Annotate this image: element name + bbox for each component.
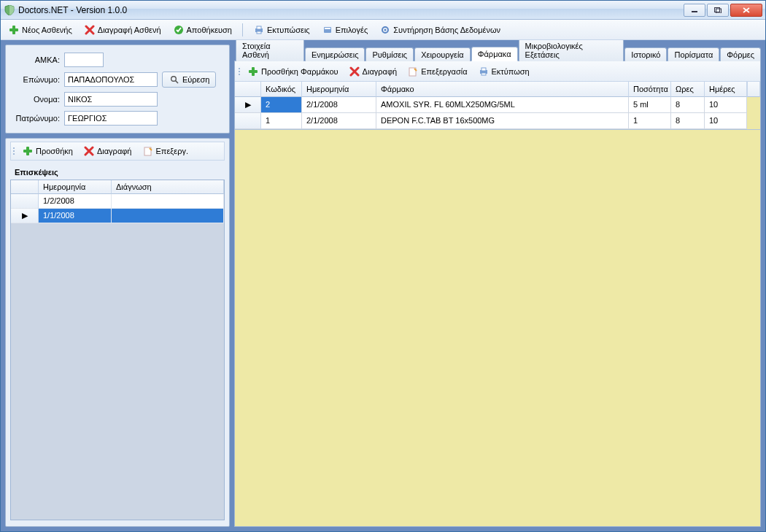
maximize-button[interactable] [707, 4, 729, 17]
visit-add-button[interactable]: Προσθήκη [18, 144, 77, 158]
visit-diagnosis-cell[interactable] [112, 194, 224, 209]
tab-history[interactable]: Ιστορικό [624, 47, 667, 61]
med-hours-cell[interactable]: 8 [671, 113, 705, 129]
svg-rect-11 [257, 26, 261, 29]
delete-patient-label: Διαγραφή Ασθενή [98, 26, 161, 34]
med-date-cell[interactable]: 2/1/2008 [302, 113, 376, 129]
med-edit-label: Επεξεργασία [421, 67, 467, 76]
delete-patient-button[interactable]: Διαγραφή Ασθενή [80, 23, 166, 37]
visit-date-cell[interactable]: 1/2/2008 [39, 194, 112, 209]
db-maint-label: Συντήρηση Βάσης Δεδομένων [393, 26, 500, 34]
col-date[interactable]: Ημερομηνία [302, 82, 376, 97]
col-diagnosis[interactable]: Διάγνωση [112, 180, 224, 194]
options-button[interactable]: Επιλογές [317, 23, 373, 37]
svg-rect-32 [481, 68, 486, 71]
tab-body: Προσθήκη Φαρμάκου Διαγραφή Επεξεργασία Ε… [234, 61, 761, 527]
med-qty-cell[interactable]: 1 [629, 113, 671, 129]
row-indicator-icon: ▶ [235, 97, 261, 113]
save-label: Αποθήκευση [187, 26, 232, 34]
med-days-cell[interactable]: 10 [705, 113, 747, 129]
med-edit-button[interactable]: Επεξεργασία [403, 64, 471, 79]
printer-icon [478, 66, 490, 77]
body-area: ΑΜΚΑ: Επώνυμο: Εύρεση Ονομα: [1, 40, 765, 531]
tab-strip: Στοιχεία Ασθενή Ενημερώσεις Ρυθμίσεις Χε… [234, 45, 761, 61]
close-button[interactable] [730, 4, 762, 17]
med-drug-cell[interactable]: AMOXIL SYR. FL 60MLX250MG/5ML [376, 97, 629, 113]
svg-rect-0 [692, 11, 697, 12]
search-button[interactable]: Εύρεση [162, 72, 216, 88]
med-date-cell[interactable]: 2/1/2008 [302, 97, 376, 113]
visit-date-cell[interactable]: 1/1/2008 [39, 209, 112, 223]
med-delete-button[interactable]: Διαγραφή [344, 64, 402, 79]
new-patient-button[interactable]: Νέος Ασθενής [4, 23, 77, 37]
window-title: Doctors.NET - Version 1.0.0 [18, 5, 682, 15]
meds-row[interactable]: ▶ 2 2/1/2008 AMOXIL SYR. FL 60MLX250MG/5… [235, 97, 760, 113]
app-window: Doctors.NET - Version 1.0.0 Νέος Ασθενής [0, 0, 766, 532]
father-label: Πατρώνυμο: [12, 114, 64, 123]
med-code-cell[interactable]: 1 [261, 113, 302, 129]
med-qty-cell[interactable]: 5 ml [629, 97, 671, 113]
col-code[interactable]: Κωδικός [261, 82, 302, 97]
med-days-cell[interactable]: 10 [705, 97, 747, 113]
med-hours-cell[interactable]: 8 [671, 97, 705, 113]
app-shield-icon [4, 4, 15, 16]
tab-findings[interactable]: Πορίσματα [668, 47, 719, 61]
med-drug-cell[interactable]: DEPON F.C.TAB BT 16x500MG [376, 113, 629, 129]
meds-grid-wrap: Κωδικός Ημερομηνία Φάρμακο Ποσότητα Ωρες… [235, 82, 760, 526]
tab-settings[interactable]: Ρυθμίσεις [365, 47, 414, 61]
surname-input[interactable] [64, 72, 158, 87]
visit-edit-button[interactable]: Επεξεργ. [138, 144, 193, 158]
svg-point-17 [171, 77, 177, 82]
visits-row[interactable]: 1/2/2008 [11, 194, 224, 209]
visit-edit-label: Επεξεργ. [156, 147, 188, 155]
row-header-icon [235, 113, 261, 129]
options-label: Επιλογές [336, 26, 368, 34]
visit-add-label: Προσθήκη [36, 147, 73, 155]
col-hours[interactable]: Ωρες [671, 82, 705, 97]
med-add-button[interactable]: Προσθήκη Φαρμάκου [243, 64, 343, 79]
name-label: Ονομα: [12, 95, 64, 104]
med-print-label: Εκτύπωση [492, 67, 530, 76]
visit-diagnosis-cell[interactable] [112, 209, 224, 223]
tab-meds[interactable]: Φάρμακα [471, 47, 518, 61]
tab-micro[interactable]: Μικροβιολογικές Εξετάσεις [519, 40, 624, 61]
patient-form-panel: ΑΜΚΑ: Επώνυμο: Εύρεση Ονομα: [5, 45, 230, 134]
father-input[interactable] [64, 111, 158, 126]
col-date[interactable]: Ημερομηνία [39, 180, 112, 194]
check-icon [173, 24, 185, 36]
col-drug[interactable]: Φάρμακο [376, 82, 629, 97]
tab-forms[interactable]: Φόρμες [720, 47, 761, 61]
db-maint-button[interactable]: Συντήρηση Βάσης Δεδομένων [375, 23, 505, 37]
save-button[interactable]: Αποθήκευση [169, 23, 236, 37]
meds-toolbar: Προσθήκη Φαρμάκου Διαγραφή Επεξεργασία Ε… [235, 61, 760, 82]
col-days[interactable]: Ημέρες [705, 82, 747, 97]
visits-title: Επισκέψεις [10, 166, 225, 180]
visits-grid[interactable]: Ημερομηνία Διάγνωση 1/2/2008 ▶ 1/1/2008 [10, 180, 225, 520]
minimize-button[interactable] [684, 4, 705, 17]
row-header-icon [11, 194, 39, 209]
main-toolbar: Νέος Ασθενής Διαγραφή Ασθενή Αποθήκευση … [1, 20, 765, 40]
amka-input[interactable] [64, 53, 104, 67]
left-column: ΑΜΚΑ: Επώνυμο: Εύρεση Ονομα: [5, 45, 230, 527]
visits-toolbar: Προσθήκη Διαγραφή Επεξεργ. [10, 142, 225, 161]
titlebar: Doctors.NET - Version 1.0.0 [1, 1, 765, 20]
visits-row[interactable]: ▶ 1/1/2008 [11, 209, 224, 223]
visit-delete-button[interactable]: Διαγραφή [79, 144, 136, 158]
tab-surgery[interactable]: Χειρουργεία [414, 47, 471, 61]
meds-grid[interactable]: Κωδικός Ημερομηνία Φάρμακο Ποσότητα Ωρες… [235, 82, 760, 130]
tab-updates[interactable]: Ενημερώσεις [305, 47, 365, 61]
name-input[interactable] [64, 92, 158, 107]
print-button[interactable]: Εκτυπώσεις [249, 23, 314, 37]
printer-icon [253, 24, 265, 36]
meds-row[interactable]: 1 2/1/2008 DEPON F.C.TAB BT 16x500MG 1 8… [235, 113, 760, 129]
med-print-button[interactable]: Εκτύπωση [473, 64, 534, 79]
svg-rect-6 [9, 28, 18, 31]
col-qty[interactable]: Ποσότητα [629, 82, 671, 97]
x-red-icon [349, 66, 360, 77]
grip-icon [12, 147, 15, 155]
tab-patient-info[interactable]: Στοιχεία Ασθενή [236, 40, 304, 61]
med-code-cell[interactable]: 2 [261, 97, 302, 113]
meds-grid-header: Κωδικός Ημερομηνία Φάρμακο Ποσότητα Ωρες… [235, 82, 760, 97]
x-red-icon [83, 145, 95, 157]
med-delete-label: Διαγραφή [363, 67, 398, 76]
